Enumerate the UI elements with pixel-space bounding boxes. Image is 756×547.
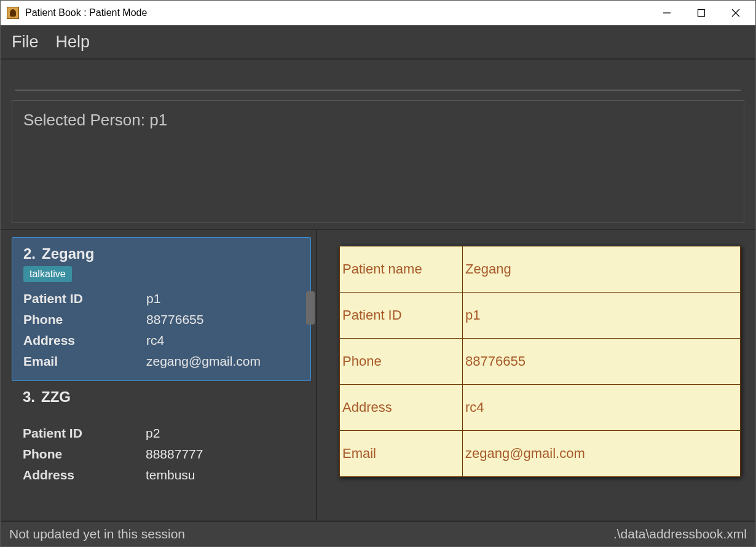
status-left: Not updated yet in this session [9, 527, 185, 541]
patient-card-selected[interactable]: 2. Zegang talkative Patient IDp1 Phone88… [12, 237, 311, 381]
table-row: Addressrc4 [340, 385, 741, 431]
tag-badge: talkative [23, 266, 72, 282]
maximize-button[interactable] [684, 1, 719, 25]
label-patient-id: Patient ID [23, 423, 146, 444]
detail-value: zegang@gmail.com [463, 431, 741, 477]
detail-value: rc4 [463, 385, 741, 431]
scrollbar-thumb[interactable] [306, 291, 315, 325]
patient-list-pane: 2. Zegang talkative Patient IDp1 Phone88… [1, 230, 317, 521]
card-title: 3. ZZG [23, 388, 300, 406]
detail-value: 88776655 [463, 339, 741, 385]
value-email: zegang@gmail.com [146, 351, 299, 372]
patient-card[interactable]: 3. ZZG Patient IDp2 Phone88887777 Addres… [12, 385, 311, 494]
value-patient-id: p2 [146, 423, 300, 444]
value-phone: 88887777 [146, 444, 300, 465]
statusbar: Not updated yet in this session .\data\a… [1, 521, 755, 546]
value-address: tembusu [146, 465, 300, 486]
label-address: Address [23, 330, 146, 351]
label-phone: Phone [23, 309, 146, 330]
detail-label: Patient ID [340, 293, 463, 339]
app-icon [7, 7, 19, 19]
close-icon [731, 9, 740, 17]
label-phone: Phone [23, 444, 146, 465]
detail-label: Email [340, 431, 463, 477]
detail-label: Address [340, 385, 463, 431]
value-address: rc4 [146, 330, 299, 351]
card-title: 2. Zegang [23, 245, 299, 262]
result-display: Selected Person: p1 [12, 100, 744, 223]
window-title: Patient Book : Patient Mode [25, 7, 147, 18]
result-wrap: Selected Person: p1 [1, 93, 755, 229]
detail-label: Patient name [340, 246, 463, 293]
maximize-icon [697, 9, 706, 17]
command-bar [1, 60, 755, 93]
card-name: ZZG [41, 388, 71, 406]
minimize-icon [663, 9, 671, 17]
detail-value: p1 [463, 293, 741, 339]
status-right: .\data\addressbook.xml [613, 527, 747, 541]
detail-value: Zegang [463, 246, 741, 293]
table-row: Phone88776655 [340, 339, 741, 385]
value-phone: 88776655 [146, 309, 299, 330]
app-body: File Help Selected Person: p1 2. [1, 25, 755, 546]
card-name: Zegang [42, 245, 94, 262]
label-address: Address [23, 465, 146, 486]
card-index: 2. [23, 245, 36, 262]
card-index: 3. [23, 388, 35, 406]
patient-list[interactable]: 2. Zegang talkative Patient IDp1 Phone88… [1, 230, 316, 521]
detail-pane: Patient nameZegang Patient IDp1 Phone887… [317, 230, 755, 521]
minimize-button[interactable] [650, 1, 684, 25]
label-email: Email [23, 351, 146, 372]
close-button[interactable] [719, 1, 753, 25]
menu-help[interactable]: Help [56, 33, 90, 52]
table-row: Patient IDp1 [340, 293, 741, 339]
menubar: File Help [1, 25, 755, 58]
menu-file[interactable]: File [12, 33, 39, 52]
svg-rect-1 [698, 10, 705, 17]
detail-table: Patient nameZegang Patient IDp1 Phone887… [339, 246, 741, 477]
main-split: 2. Zegang talkative Patient IDp1 Phone88… [1, 229, 755, 521]
detail-label: Phone [340, 339, 463, 385]
table-row: Emailzegang@gmail.com [340, 431, 741, 477]
result-text: Selected Person: p1 [23, 111, 167, 129]
value-patient-id: p1 [146, 288, 299, 309]
app-window: Patient Book : Patient Mode File Help Se… [0, 0, 756, 547]
table-row: Patient nameZegang [340, 246, 741, 293]
command-input[interactable] [15, 68, 741, 90]
titlebar: Patient Book : Patient Mode [1, 1, 755, 25]
label-patient-id: Patient ID [23, 288, 146, 309]
